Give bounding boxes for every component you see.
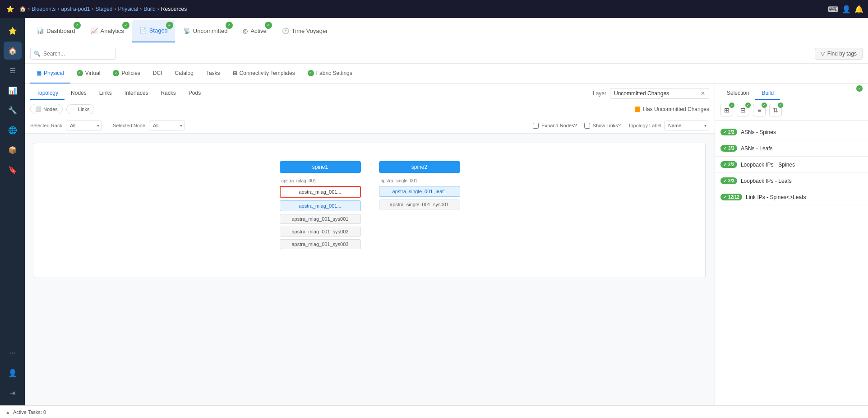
sub-tab-catalog[interactable]: Catalog — [169, 64, 200, 84]
sub-tab-connectivity[interactable]: ⊞ Connectivity Templates — [226, 64, 301, 84]
sub-tab-policies[interactable]: Policies — [106, 64, 146, 84]
star-icon[interactable]: ⭐ — [5, 4, 16, 14]
breadcrumb-staged[interactable]: Staged — [95, 6, 112, 12]
breadcrumb-blueprints[interactable]: Blueprints — [32, 6, 55, 12]
resource-link-ips[interactable]: ✓ 12/12 Link IPs - Spines<>Leafs — [715, 189, 868, 205]
right-panel-badge — [856, 85, 863, 92]
sys-node-single-001[interactable]: apstra_single_001_sys001 — [379, 200, 460, 209]
node-mlag-001-a[interactable]: apstra_mlag_001... — [280, 186, 361, 198]
asns-spines-badge: ✓ 2/2 — [720, 129, 737, 135]
tab-uncommitted[interactable]: 📡 Uncommitted — [176, 20, 235, 42]
sys-node-002[interactable]: apstra_mlag_001_sys002 — [280, 227, 361, 237]
sidebar-item-tools[interactable]: 🔧 — [4, 101, 22, 119]
sidebar-item-user[interactable]: 👤 — [4, 364, 22, 382]
uncommitted-dot — [635, 107, 640, 112]
resource-loopback-leafs[interactable]: ✓ 3/3 Loopback IPs - Leafs — [715, 173, 868, 189]
breadcrumb-build[interactable]: Build — [143, 6, 156, 12]
bottom-bar-arrow[interactable]: ▲ — [5, 409, 10, 415]
sidebar: ⭐ 🏠 ☰ 📊 🔧 🌐 📦 🔖 ··· 👤 ⇥ — [0, 18, 25, 405]
spine2-group: spine2 apstra_single_001 apstra_single_0… — [379, 161, 460, 209]
sidebar-item-home[interactable]: 🏠 — [4, 42, 22, 60]
sort-icon: ⇅ — [773, 107, 778, 114]
tab-active[interactable]: ◎ Active — [235, 20, 273, 42]
sub-tab-tasks[interactable]: Tasks — [200, 64, 226, 84]
tab-active-badge — [265, 22, 272, 29]
inner-tab-interfaces[interactable]: Interfaces — [118, 87, 155, 100]
show-links-label[interactable]: Show Links? — [584, 123, 621, 129]
node-select[interactable]: All — [149, 121, 185, 130]
node-mlag-001-b[interactable]: apstra_mlag_001... — [280, 200, 361, 211]
virtual-badge — [77, 70, 83, 76]
right-icons-row: ⊞ ⊟ ≡ ⇅ — [715, 100, 868, 121]
inner-tab-links[interactable]: Links — [93, 87, 118, 100]
links-filter-button[interactable]: — Links — [66, 104, 95, 114]
sidebar-item-bookmark[interactable]: 🔖 — [4, 161, 22, 179]
sub-tab-fabric-label: Fabric Settings — [316, 70, 352, 76]
spine2-header[interactable]: spine2 — [379, 161, 460, 173]
policies-badge — [113, 70, 119, 76]
layer-close-icon[interactable]: ✕ — [701, 90, 705, 97]
sidebar-item-package[interactable]: 📦 — [4, 141, 22, 159]
right-icon-grid[interactable]: ⊞ — [720, 104, 733, 116]
check-icon-2: ✓ — [723, 146, 727, 151]
right-icon-sort[interactable]: ⇅ — [769, 104, 782, 116]
expand-nodes-checkbox[interactable] — [533, 123, 539, 129]
sys-node-003[interactable]: apstra_mlag_001_sys003 — [280, 239, 361, 249]
sidebar-item-dots[interactable]: ··· — [4, 344, 22, 362]
sidebar-item-logout[interactable]: ⇥ — [4, 384, 22, 402]
sidebar-item-star[interactable]: ⭐ — [4, 22, 22, 40]
top-bar: ⭐ 🏠 › Blueprints › apstra-pod1 › Staged … — [0, 0, 868, 18]
tab-analytics-label: Analytics — [101, 28, 124, 34]
nodes-filter-button[interactable]: ⬜ Nodes — [30, 104, 63, 114]
rack-select[interactable]: All — [66, 121, 102, 130]
analytics-icon: 📈 — [91, 28, 98, 34]
resource-asns-spines[interactable]: ✓ 2/2 ASNs - Spines — [715, 124, 868, 140]
filter-icon: ▽ — [821, 51, 825, 57]
node-single-leaf1[interactable]: apstra_single_001_leaf1 — [379, 186, 460, 197]
right-icon-table[interactable]: ⊟ — [737, 104, 749, 116]
sub-tab-fabric-settings[interactable]: Fabric Settings — [301, 64, 359, 84]
right-tab-selection[interactable]: Selection — [720, 87, 755, 100]
spine1-header[interactable]: spine1 — [280, 161, 361, 173]
tab-analytics[interactable]: 📈 Analytics — [83, 20, 131, 42]
user-settings-icon[interactable]: 👤 — [842, 5, 851, 14]
expand-nodes-label[interactable]: Expand Nodes? — [533, 123, 577, 129]
terminal-icon[interactable]: ⌨ — [828, 5, 838, 14]
find-by-tags-label: Find by tags — [827, 51, 857, 57]
tab-time-voyager[interactable]: 🕐 Time Voyager — [275, 20, 335, 42]
inner-tab-racks[interactable]: Racks — [154, 87, 182, 100]
show-links-checkbox[interactable] — [584, 123, 590, 129]
resource-asns-leafs[interactable]: ✓ 3/3 ASNs - Leafs — [715, 140, 868, 157]
layer-label: Layer — [593, 90, 606, 97]
select-row: Selected Rack All Selected Node All — [25, 118, 715, 134]
sub-tab-dci[interactable]: DCI — [147, 64, 169, 84]
breadcrumb-physical[interactable]: Physical — [118, 6, 138, 12]
tab-dashboard[interactable]: 📊 Dashboard — [29, 20, 83, 42]
check-icon-3: ✓ — [723, 162, 727, 167]
inner-tab-pods[interactable]: Pods — [182, 87, 207, 100]
sub-tab-virtual[interactable]: Virtual — [70, 64, 107, 84]
sub-tab-connectivity-label: Connectivity Templates — [240, 70, 295, 76]
notifications-icon[interactable]: 🔔 — [854, 5, 863, 14]
right-tab-build[interactable]: Build — [755, 87, 780, 100]
inner-tab-topology[interactable]: Topology — [30, 87, 65, 100]
sidebar-item-list[interactable]: ☰ — [4, 61, 22, 79]
find-by-tags-button[interactable]: ▽ Find by tags — [815, 48, 863, 60]
layer-select[interactable]: Uncommitted Changes ✕ — [610, 88, 709, 99]
search-input[interactable] — [30, 48, 116, 60]
breadcrumb-home[interactable]: 🏠 — [19, 6, 26, 12]
sidebar-item-network[interactable]: 🌐 — [4, 121, 22, 139]
inner-tab-nodes[interactable]: Nodes — [65, 87, 93, 100]
rack-select-group: Selected Rack All — [30, 121, 102, 130]
tab-time-voyager-label: Time Voyager — [292, 28, 328, 34]
right-icon-list[interactable]: ≡ — [753, 104, 766, 116]
sub-tab-physical[interactable]: ▦ Physical — [30, 64, 70, 84]
sub-tab-dci-label: DCI — [153, 70, 162, 76]
sys-node-001[interactable]: apstra_mlag_001_sys001 — [280, 214, 361, 224]
topology-label-select[interactable]: Name — [664, 121, 709, 130]
resource-loopback-spines[interactable]: ✓ 2/2 Loopback IPs - Spines — [715, 157, 868, 173]
breadcrumb-pod[interactable]: apstra-pod1 — [61, 6, 90, 12]
sub-tab-virtual-label: Virtual — [85, 70, 101, 76]
sidebar-item-chart[interactable]: 📊 — [4, 81, 22, 99]
tab-staged[interactable]: 📄 Staged — [132, 20, 175, 42]
